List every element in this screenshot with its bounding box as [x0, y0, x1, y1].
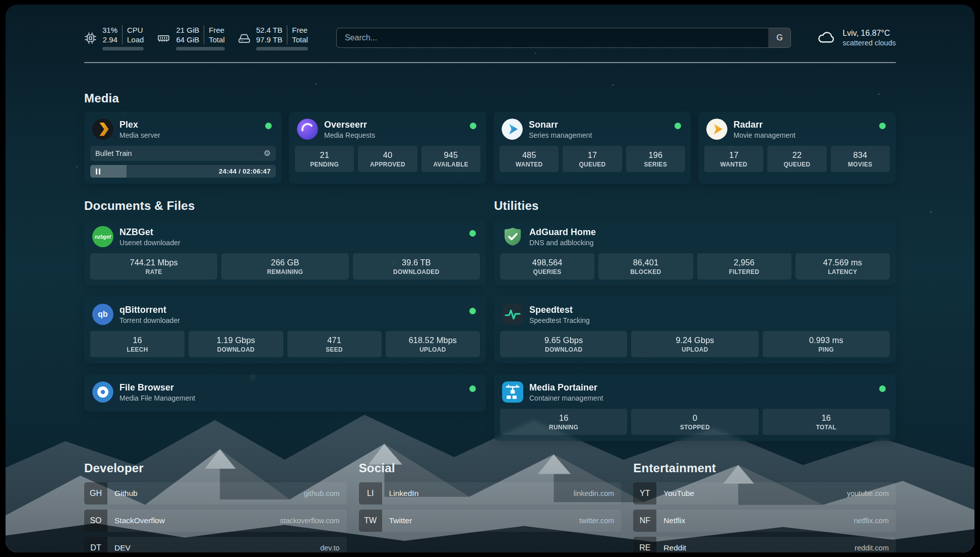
stat-seed: 471 SEED	[287, 331, 382, 357]
memory-total-value: 64 GiB	[176, 35, 204, 44]
disk-total-value: 97.9 TB	[256, 35, 287, 44]
plex-playback-time: 24:44 / 02:06:47	[219, 168, 271, 175]
service-link-radarr[interactable]: Radarr Movie management	[704, 118, 890, 146]
stat-ping: 0.993 ms PING	[763, 331, 890, 357]
bookmark-abbr: SO	[84, 510, 107, 532]
stat-label: MOVIES	[833, 161, 888, 169]
bookmark-abbr: GH	[84, 482, 107, 505]
status-dot-online	[469, 230, 476, 237]
stat-value: 1.19 Gbps	[191, 335, 281, 346]
stat-label: QUERIES	[502, 268, 592, 276]
stat-download: 1.19 Gbps DOWNLOAD	[189, 331, 283, 357]
bookmark-name: Netflix	[663, 516, 685, 525]
service-name: AdGuard Home	[529, 227, 596, 238]
service-desc: Movie management	[733, 131, 795, 140]
gear-icon[interactable]: ⚙	[264, 149, 271, 157]
weather-condition: scattered clouds	[842, 38, 896, 47]
service-desc: Media server	[119, 131, 160, 140]
search-input[interactable]	[337, 28, 769, 47]
stat-wanted: 17 WANTED	[704, 146, 763, 172]
bookmark-name: YouTube	[663, 489, 694, 498]
lower-groups: Documents & Files nzbget NZBGet Usenet d…	[84, 199, 896, 441]
service-link-portainer[interactable]: Media Portainer Container management	[500, 380, 890, 409]
bookmark-stackoverflow[interactable]: SO StackOverflow stackoverflow.com	[84, 510, 347, 532]
bookmark-groups: Developer GH Github github.com SO StackO…	[84, 461, 896, 552]
weather-text: Lviv, 16.87°C scattered clouds	[842, 28, 896, 47]
cpu-progress-bar	[102, 47, 144, 50]
bookmark-group-entertainment: Entertainment YT YouTube youtube.com NF …	[633, 461, 896, 552]
service-link-sonarr[interactable]: Sonarr Series management	[500, 118, 685, 146]
service-link-plex[interactable]: Plex Media server	[90, 118, 276, 146]
group-title-social: Social	[359, 461, 622, 475]
bookmark-group-social: Social LI LinkedIn linkedin.com TW Twitt…	[359, 461, 622, 552]
bookmark-netflix[interactable]: NF Netflix netflix.com	[633, 510, 896, 532]
bookmark-dev[interactable]: DT DEV dev.to	[84, 537, 347, 552]
stat-value: 618.52 Mbps	[388, 335, 478, 346]
bookmark-abbr: NF	[633, 510, 656, 532]
bookmark-twitter[interactable]: TW Twitter twitter.com	[359, 510, 622, 532]
bookmark-linkedin[interactable]: LI LinkedIn linkedin.com	[359, 482, 622, 505]
stat-value: 16	[765, 413, 888, 423]
bookmark-github[interactable]: GH Github github.com	[84, 482, 347, 505]
stat-value: 196	[628, 150, 683, 160]
service-link-nzbget[interactable]: nzbget NZBGet Usenet downloader	[90, 225, 480, 253]
service-name: File Browser	[119, 382, 195, 393]
service-meta: Plex Media server	[119, 119, 160, 140]
bookmark-abbr: LI	[359, 482, 382, 505]
stat-label: WANTED	[502, 161, 557, 169]
stat-upload: 9.24 Gbps UPLOAD	[631, 331, 758, 357]
group-title-media: Media	[84, 91, 896, 105]
service-desc: Torrent downloader	[119, 316, 180, 325]
bookmark-domain: linkedin.com	[574, 489, 615, 497]
bookmark-name: StackOverflow	[114, 516, 165, 525]
service-link-filebrowser[interactable]: File Browser Media File Management	[90, 380, 480, 404]
service-meta: File Browser Media File Management	[119, 382, 195, 403]
stat-label: QUEUED	[565, 161, 620, 169]
stat-label: SERIES	[628, 161, 683, 169]
memory-widget: 21 GiB Free 64 GiB Total	[157, 25, 225, 50]
bookmark-abbr: DT	[84, 537, 107, 552]
disk-free-value: 52.4 TB	[256, 25, 287, 35]
stat-upload: 618.52 Mbps UPLOAD	[386, 331, 480, 357]
bookmark-youtube[interactable]: YT YouTube youtube.com	[633, 482, 896, 505]
stat-value: 266 GB	[223, 257, 346, 268]
bookmark-name: Github	[114, 489, 138, 498]
service-link-overseerr[interactable]: Overseerr Media Requests	[295, 118, 480, 146]
weather-location: Lviv, 16.87°C	[842, 28, 896, 38]
plex-progress-bar[interactable]: 24:44 / 02:06:47	[90, 165, 276, 178]
service-name: qBittorrent	[119, 304, 180, 315]
bookmark-domain: reddit.com	[854, 544, 889, 552]
stat-pending: 21 PENDING	[295, 146, 354, 172]
stat-leech: 16 LEECH	[90, 331, 185, 357]
service-stats: 744.21 Mbps RATE 266 GB REMAINING 39.6 T…	[90, 253, 480, 280]
search-provider-button[interactable]: G	[768, 28, 790, 47]
stat-label: DOWNLOADED	[355, 268, 478, 276]
bookmark-reddit[interactable]: RE Reddit reddit.com	[633, 537, 896, 552]
bookmark-name: DEV	[114, 543, 131, 552]
stat-value: 498,564	[502, 257, 592, 268]
bookmark-abbr: YT	[633, 482, 656, 505]
service-link-qbittorrent[interactable]: qb qBittorrent Torrent downloader	[90, 303, 480, 331]
resource-widgets: 31% CPU 2.94 Load 21	[84, 25, 308, 50]
stat-filtered: 2,956 FILTERED	[697, 253, 791, 280]
stat-label: LEECH	[92, 346, 182, 354]
memory-progress-bar	[176, 47, 225, 50]
cpu-widget: 31% CPU 2.94 Load	[84, 25, 144, 50]
stat-value: 40	[360, 150, 415, 160]
stat-remaining: 266 GB REMAINING	[221, 253, 348, 280]
service-desc: Media File Management	[119, 394, 195, 403]
stat-total: 16 TOTAL	[763, 409, 890, 435]
service-link-speedtest[interactable]: Speedtest Speedtest Tracking	[500, 303, 890, 331]
service-stats: 485 WANTED 17 QUEUED 196 SERIES	[500, 146, 685, 172]
stat-stopped: 0 STOPPED	[631, 409, 758, 435]
service-card-overseerr: Overseerr Media Requests 21 PENDING 40 A…	[289, 112, 486, 184]
bookmark-domain: youtube.com	[847, 489, 889, 497]
service-card-nzbget: nzbget NZBGet Usenet downloader 744.21 M…	[84, 219, 486, 286]
service-link-adguard[interactable]: AdGuard Home DNS and adblocking	[500, 225, 890, 253]
bookmark-domain: dev.to	[320, 544, 339, 552]
bookmark-abbr: RE	[633, 537, 656, 552]
pause-button[interactable]	[94, 167, 102, 176]
speedtest-pulse-icon	[502, 304, 523, 325]
service-card-portainer: Media Portainer Container management 16 …	[494, 374, 896, 441]
stat-queued: 22 QUEUED	[767, 146, 826, 172]
